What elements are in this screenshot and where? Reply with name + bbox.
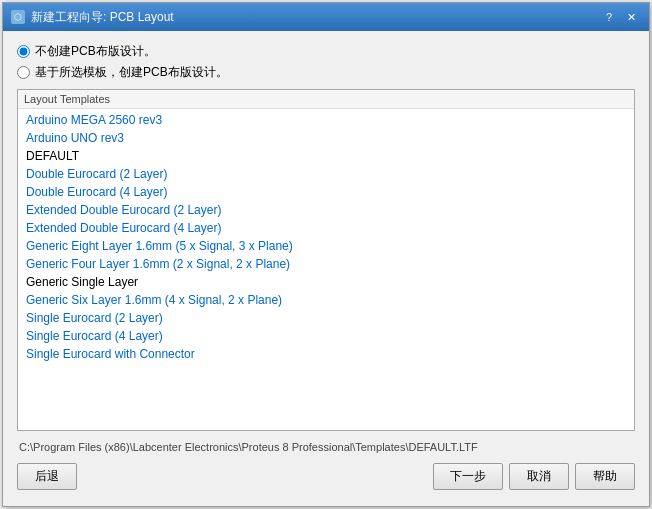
right-buttons: 下一步 取消 帮助 bbox=[433, 463, 635, 490]
content-area: 不创建PCB布版设计。 基于所选模板，创建PCB布版设计。 Layout Tem… bbox=[3, 31, 649, 506]
list-item[interactable]: Arduino MEGA 2560 rev3 bbox=[18, 111, 634, 129]
list-item[interactable]: Generic Eight Layer 1.6mm (5 x Signal, 3… bbox=[18, 237, 634, 255]
list-item[interactable]: DEFAULT bbox=[18, 147, 634, 165]
radio-label-2: 基于所选模板，创建PCB布版设计。 bbox=[35, 64, 228, 81]
list-item[interactable]: Generic Six Layer 1.6mm (4 x Signal, 2 x… bbox=[18, 291, 634, 309]
main-window: ⬡ 新建工程向导: PCB Layout ? ✕ 不创建PCB布版设计。 基于所… bbox=[2, 2, 650, 507]
list-item[interactable]: Single Eurocard (2 Layer) bbox=[18, 309, 634, 327]
cancel-button[interactable]: 取消 bbox=[509, 463, 569, 490]
app-icon: ⬡ bbox=[11, 10, 25, 24]
radio-input-1[interactable] bbox=[17, 45, 30, 58]
radio-option-1[interactable]: 不创建PCB布版设计。 bbox=[17, 43, 635, 60]
list-header: Layout Templates bbox=[18, 90, 634, 109]
list-item[interactable]: Double Eurocard (2 Layer) bbox=[18, 165, 634, 183]
radio-option-2[interactable]: 基于所选模板，创建PCB布版设计。 bbox=[17, 64, 635, 81]
titlebar-left: ⬡ 新建工程向导: PCB Layout bbox=[11, 9, 174, 26]
list-item[interactable]: Extended Double Eurocard (2 Layer) bbox=[18, 201, 634, 219]
list-items: Arduino MEGA 2560 rev3Arduino UNO rev3DE… bbox=[18, 109, 634, 365]
list-item[interactable]: Generic Four Layer 1.6mm (2 x Signal, 2 … bbox=[18, 255, 634, 273]
back-button[interactable]: 后退 bbox=[17, 463, 77, 490]
next-button[interactable]: 下一步 bbox=[433, 463, 503, 490]
close-button[interactable]: ✕ bbox=[621, 8, 641, 26]
titlebar: ⬡ 新建工程向导: PCB Layout ? ✕ bbox=[3, 3, 649, 31]
status-bar: C:\Program Files (x86)\Labcenter Electro… bbox=[17, 439, 635, 455]
radio-input-2[interactable] bbox=[17, 66, 30, 79]
radio-label-1: 不创建PCB布版设计。 bbox=[35, 43, 156, 60]
list-item[interactable]: Extended Double Eurocard (4 Layer) bbox=[18, 219, 634, 237]
list-item[interactable]: Generic Single Layer bbox=[18, 273, 634, 291]
radio-group: 不创建PCB布版设计。 基于所选模板，创建PCB布版设计。 bbox=[17, 43, 635, 81]
list-item[interactable]: Single Eurocard (4 Layer) bbox=[18, 327, 634, 345]
left-buttons: 后退 bbox=[17, 463, 77, 490]
template-list-container: Layout Templates Arduino MEGA 2560 rev3A… bbox=[17, 89, 635, 431]
button-row: 后退 下一步 取消 帮助 bbox=[17, 463, 635, 494]
list-item[interactable]: Single Eurocard with Connector bbox=[18, 345, 634, 363]
help-dialog-button[interactable]: 帮助 bbox=[575, 463, 635, 490]
titlebar-controls: ? ✕ bbox=[599, 8, 641, 26]
list-item[interactable]: Arduino UNO rev3 bbox=[18, 129, 634, 147]
help-button[interactable]: ? bbox=[599, 8, 619, 26]
window-title: 新建工程向导: PCB Layout bbox=[31, 9, 174, 26]
list-item[interactable]: Double Eurocard (4 Layer) bbox=[18, 183, 634, 201]
